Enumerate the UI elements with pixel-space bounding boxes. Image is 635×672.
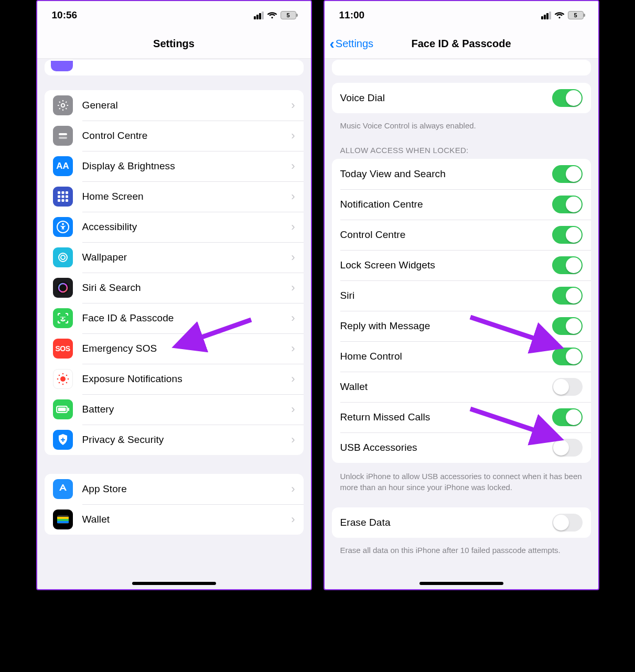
row-general[interactable]: General › — [45, 90, 304, 121]
back-button[interactable]: ‹ Settings — [330, 36, 374, 52]
svg-point-14 — [61, 255, 65, 259]
page-title: Settings — [153, 38, 195, 50]
wifi-icon — [554, 10, 565, 21]
settings-group-apps: App Store › Wallet › — [45, 474, 304, 535]
row-siri[interactable]: Siri & Search › — [45, 273, 304, 303]
usb-caption: Unlock iPhone to allow USB accessories t… — [332, 467, 591, 495]
row-label: Emergency SOS — [82, 343, 292, 354]
row-sos[interactable]: SOS Emergency SOS › — [45, 333, 304, 364]
toggle-today[interactable] — [552, 165, 583, 183]
home-indicator[interactable] — [132, 582, 216, 585]
row-battery[interactable]: Battery › — [45, 394, 304, 425]
chevron-right-icon: › — [291, 190, 295, 203]
svg-rect-31 — [58, 408, 66, 411]
row-wallpaper[interactable]: Wallpaper › — [45, 242, 304, 273]
toggle-lsw[interactable] — [552, 256, 583, 274]
partial-group-top — [332, 60, 591, 75]
row-missed: Return Missed Calls — [332, 402, 591, 432]
chevron-right-icon: › — [291, 159, 295, 173]
chevron-right-icon: › — [291, 342, 295, 355]
home-screen-icon — [53, 187, 73, 207]
erase-group: Erase Data — [332, 507, 591, 538]
row-privacy[interactable]: Privacy & Security › — [45, 425, 304, 455]
svg-point-21 — [62, 373, 63, 375]
faceid-list[interactable]: Voice Dial Music Voice Control is always… — [325, 59, 598, 589]
svg-rect-30 — [68, 408, 69, 411]
row-control-centre[interactable]: Control Centre › — [45, 121, 304, 151]
nav-bar: ‹ Settings Face ID & Passcode — [325, 29, 598, 59]
svg-rect-35 — [57, 521, 69, 523]
toggle-wallet[interactable] — [552, 378, 583, 396]
voice-dial-group: Voice Dial — [332, 83, 591, 113]
row-label: Today View and Search — [340, 168, 552, 180]
home-indicator[interactable] — [419, 582, 503, 585]
row-wallet[interactable]: Wallet › — [45, 504, 304, 535]
privacy-icon — [53, 430, 73, 450]
control-centre-icon — [53, 126, 73, 146]
row-notif: Notification Centre — [332, 189, 591, 220]
cellular-icon — [254, 12, 264, 19]
toggle-cc[interactable] — [552, 226, 583, 244]
faceid-icon — [53, 308, 73, 328]
row-wallet: Wallet — [332, 372, 591, 402]
row-exposure[interactable]: Exposure Notifications › — [45, 364, 304, 394]
svg-rect-2 — [59, 137, 67, 139]
row-appstore[interactable]: App Store › — [45, 474, 304, 504]
row-label: Notification Centre — [340, 199, 552, 210]
row-siri: Siri — [332, 280, 591, 311]
siri-icon — [53, 278, 73, 298]
row-home-screen[interactable]: Home Screen › — [45, 181, 304, 212]
row-label: General — [82, 100, 292, 111]
svg-rect-34 — [57, 519, 69, 521]
svg-rect-10 — [61, 199, 64, 202]
chevron-right-icon: › — [291, 513, 295, 526]
row-label: App Store — [82, 483, 292, 495]
toggle-siri[interactable] — [552, 287, 583, 305]
row-label: Voice Dial — [340, 92, 552, 104]
clock: 10:56 — [52, 9, 78, 21]
settings-list[interactable]: General › Control Centre › AA Display & … — [37, 59, 311, 589]
svg-rect-8 — [66, 196, 68, 198]
toggle-erase-data[interactable] — [552, 514, 583, 532]
voice-dial-caption: Music Voice Control is always enabled. — [332, 116, 591, 133]
svg-point-15 — [59, 253, 67, 262]
status-bar: 10:56 5 — [37, 1, 311, 29]
battery-icon: 5 — [281, 11, 296, 19]
row-display[interactable]: AA Display & Brightness › — [45, 151, 304, 181]
row-label: Return Missed Calls — [340, 411, 552, 423]
back-label: Settings — [336, 38, 373, 50]
chevron-right-icon: › — [291, 433, 295, 447]
page-title: Face ID & Passcode — [411, 38, 511, 50]
toggle-voice-dial[interactable] — [552, 89, 583, 107]
status-right: 5 — [254, 10, 296, 21]
battery-icon: 5 — [568, 11, 584, 19]
row-label: Home Screen — [82, 191, 292, 202]
toggle-missed[interactable] — [552, 408, 583, 426]
row-accessibility[interactable]: Accessibility › — [45, 212, 304, 242]
svg-rect-11 — [66, 199, 68, 202]
wallet-icon — [53, 510, 73, 529]
toggle-homec[interactable] — [552, 348, 583, 365]
row-label: Home Control — [340, 351, 552, 362]
row-erase-data: Erase Data — [332, 507, 591, 538]
erase-caption: Erase all data on this iPhone after 10 f… — [332, 541, 591, 558]
svg-point-19 — [64, 317, 65, 318]
row-label: Wallpaper — [82, 252, 292, 263]
svg-rect-1 — [59, 133, 67, 135]
row-cc: Control Centre — [332, 220, 591, 250]
row-label: Control Centre — [340, 229, 552, 241]
row-label: Exposure Notifications — [82, 373, 292, 385]
chevron-right-icon: › — [291, 251, 295, 264]
accessibility-icon — [53, 217, 73, 237]
toggle-usb[interactable] — [552, 439, 583, 457]
svg-rect-3 — [58, 191, 60, 194]
battery-icon — [53, 399, 73, 419]
row-faceid[interactable]: Face ID & Passcode › — [45, 303, 304, 333]
settings-group-main: General › Control Centre › AA Display & … — [45, 90, 304, 455]
chevron-right-icon: › — [291, 220, 295, 234]
toggle-notif[interactable] — [552, 196, 583, 213]
row-label: Face ID & Passcode — [82, 312, 292, 324]
status-bar: 11:00 5 — [325, 1, 598, 29]
toggle-reply[interactable] — [552, 317, 583, 335]
row-voice-dial: Voice Dial — [332, 83, 591, 113]
